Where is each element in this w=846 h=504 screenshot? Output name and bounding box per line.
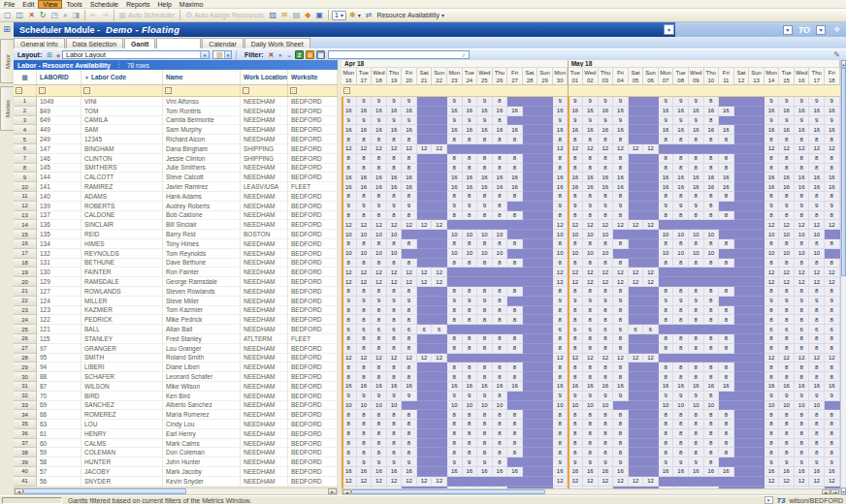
refresh-icon[interactable]: ↻: [38, 10, 49, 21]
unavailable-cell[interactable]: [719, 325, 734, 334]
availability-cell[interactable]: 8: [477, 135, 493, 144]
unavailable-cell[interactable]: [643, 192, 659, 202]
cell-worksite[interactable]: BEDFORD: [288, 287, 338, 297]
availability-cell[interactable]: 8: [599, 164, 614, 173]
availability-cell[interactable]: 12: [583, 220, 599, 230]
availability-cell[interactable]: 12: [553, 354, 569, 363]
row-number-cell[interactable]: 19: [14, 268, 37, 277]
availability-cell[interactable]: 8: [493, 306, 508, 316]
unavailable-cell[interactable]: [749, 410, 765, 420]
availability-cell[interactable]: 9: [463, 97, 478, 107]
availability-cell[interactable]: 16: [387, 173, 403, 182]
unavailable-cell[interactable]: [749, 211, 765, 221]
availability-cell[interactable]: 8: [719, 259, 734, 268]
cell-name[interactable]: Earl Henry: [163, 429, 241, 439]
availability-cell[interactable]: 16: [568, 125, 583, 135]
availability-cell[interactable]: 16: [387, 107, 403, 116]
unavailable-cell[interactable]: [417, 230, 433, 239]
unavailable-cell[interactable]: [507, 392, 523, 401]
availability-cell[interactable]: 8: [402, 192, 417, 202]
unavailable-cell[interactable]: [629, 448, 644, 457]
unavailable-cell[interactable]: [432, 107, 447, 116]
unavailable-cell[interactable]: [749, 354, 765, 363]
availability-cell[interactable]: 8: [553, 306, 569, 316]
availability-cell[interactable]: 8: [795, 448, 810, 457]
availability-cell[interactable]: 9: [583, 97, 599, 107]
unavailable-cell[interactable]: [507, 277, 523, 287]
availability-cell[interactable]: 8: [673, 239, 689, 249]
availability-cell[interactable]: 8: [493, 192, 508, 202]
availability-cell[interactable]: 8: [568, 306, 583, 316]
availability-cell[interactable]: 16: [342, 182, 357, 192]
availability-cell[interactable]: 8: [357, 192, 373, 202]
availability-cell[interactable]: 8: [779, 239, 795, 249]
unavailable-cell[interactable]: [523, 97, 538, 107]
availability-cell[interactable]: 12: [357, 220, 373, 230]
availability-cell[interactable]: 8: [704, 116, 720, 126]
unavailable-cell[interactable]: [523, 135, 538, 144]
scrollbar-track[interactable]: [545, 489, 822, 494]
column-header-laborcode[interactable]: ▼Labor Code: [81, 70, 163, 84]
availability-cell[interactable]: 8: [779, 259, 795, 268]
cell-laborid[interactable]: 57: [37, 467, 81, 477]
availability-cell[interactable]: 8: [387, 429, 403, 439]
unavailable-cell[interactable]: [629, 211, 644, 221]
availability-cell[interactable]: 8: [719, 164, 734, 173]
cell-laborid[interactable]: 139: [37, 202, 81, 211]
availability-cell[interactable]: 9: [372, 116, 387, 126]
availability-cell[interactable]: 10: [779, 401, 795, 411]
availability-cell[interactable]: 8: [779, 410, 795, 420]
availability-cell[interactable]: 16: [719, 467, 734, 477]
availability-cell[interactable]: 12: [342, 354, 357, 363]
cell-laborcode[interactable]: KAZMIER: [81, 306, 163, 316]
cell-name[interactable]: Mike Pedrick: [163, 315, 241, 325]
availability-cell[interactable]: 8: [704, 287, 720, 297]
availability-cell[interactable]: 8: [568, 239, 583, 249]
availability-cell[interactable]: 8: [342, 259, 357, 268]
unavailable-cell[interactable]: [537, 230, 553, 239]
availability-cell[interactable]: 6: [342, 325, 357, 334]
availability-cell[interactable]: 8: [507, 306, 523, 316]
availability-cell[interactable]: 16: [372, 107, 387, 116]
availability-cell[interactable]: 8: [599, 135, 614, 144]
availability-cell[interactable]: 8: [387, 372, 403, 382]
availability-cell[interactable]: 9: [402, 297, 417, 306]
unavailable-cell[interactable]: [523, 249, 538, 259]
availability-cell[interactable]: 8: [704, 239, 720, 249]
gantt-filter-box-icon[interactable]: [343, 87, 350, 94]
availability-cell[interactable]: 16: [357, 173, 373, 182]
availability-cell[interactable]: 8: [372, 344, 387, 354]
availability-cell[interactable]: 16: [765, 182, 780, 192]
availability-cell[interactable]: 8: [583, 362, 599, 372]
availability-cell[interactable]: 9: [463, 457, 478, 467]
availability-cell[interactable]: 9: [689, 457, 704, 467]
unavailable-cell[interactable]: [749, 325, 765, 334]
cell-laborid[interactable]: 56: [37, 477, 81, 487]
availability-cell[interactable]: 16: [357, 182, 373, 192]
scroll-left-arrow-icon[interactable]: [342, 489, 351, 494]
availability-cell[interactable]: 8: [553, 448, 569, 457]
availability-cell[interactable]: 8: [613, 164, 629, 173]
availability-cell[interactable]: 8: [477, 362, 493, 372]
table-row[interactable]: 26115STANLEYFred StanleyATLTERMFLEET: [14, 334, 338, 344]
availability-cell[interactable]: 8: [463, 164, 478, 173]
row-number-cell[interactable]: 32: [14, 392, 37, 401]
unavailable-cell[interactable]: [629, 239, 644, 249]
cell-worklocation[interactable]: NEEDHAM: [241, 325, 288, 334]
availability-cell[interactable]: 12: [809, 277, 825, 287]
availability-cell[interactable]: 9: [402, 392, 417, 401]
availability-cell[interactable]: 12: [643, 220, 659, 230]
tab-general-info[interactable]: General Info: [14, 38, 65, 48]
availability-cell[interactable]: 16: [673, 182, 689, 192]
availability-cell[interactable]: 8: [809, 372, 825, 382]
unavailable-cell[interactable]: [719, 354, 734, 363]
availability-cell[interactable]: 8: [613, 154, 629, 164]
row-number-cell[interactable]: 6: [14, 144, 37, 154]
table-row[interactable]: 4156SNYDERKevin SnyderNEEDHAMBEDFORD: [14, 477, 338, 487]
unavailable-cell[interactable]: [523, 315, 538, 325]
availability-cell[interactable]: 8: [387, 306, 403, 316]
unavailable-cell[interactable]: [493, 268, 508, 277]
availability-cell[interactable]: 8: [568, 362, 583, 372]
unavailable-cell[interactable]: [749, 392, 765, 401]
unavailable-cell[interactable]: [719, 202, 734, 211]
